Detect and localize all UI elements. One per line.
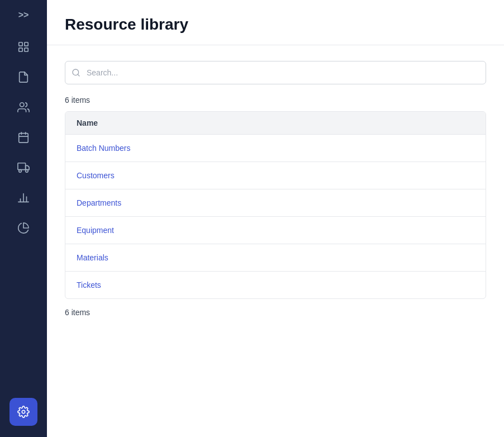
people-icon	[17, 101, 30, 113]
table-header: Name	[65, 112, 486, 135]
sidebar: >>	[0, 0, 47, 437]
svg-rect-2	[19, 48, 22, 51]
table-row[interactable]: Batch Numbers	[65, 135, 486, 162]
sidebar-toggle[interactable]: >>	[11, 6, 36, 25]
svg-point-11	[19, 170, 22, 173]
calendar-icon	[17, 131, 30, 144]
svg-rect-5	[19, 134, 28, 143]
search-input[interactable]	[65, 61, 486, 84]
sidebar-bottom	[9, 398, 37, 431]
svg-point-12	[26, 170, 28, 173]
table-row[interactable]: Customers	[65, 162, 486, 189]
svg-rect-0	[19, 42, 22, 46]
svg-point-4	[20, 103, 24, 107]
resource-table: Name Batch Numbers Customers Departments…	[65, 111, 486, 299]
page-header: Resource library	[47, 0, 504, 45]
content-area: 6 items Name Batch Numbers Customers Dep…	[47, 45, 504, 332]
items-count-top: 6 items	[65, 96, 486, 104]
table-row[interactable]: Tickets	[65, 272, 486, 298]
search-container	[65, 61, 486, 84]
resource-link-materials[interactable]: Materials	[77, 253, 108, 262]
page-title: Resource library	[65, 16, 486, 34]
sidebar-item-pie-chart[interactable]	[8, 215, 39, 241]
svg-point-17	[22, 410, 25, 414]
bar-chart-icon	[17, 192, 30, 204]
resource-link-customers[interactable]: Customers	[77, 171, 115, 180]
pie-chart-icon	[17, 222, 30, 234]
svg-rect-3	[25, 48, 28, 51]
table-row[interactable]: Departments	[65, 189, 486, 217]
main-content: Resource library 6 items Name Batch Numb…	[47, 0, 504, 437]
svg-line-19	[78, 74, 79, 76]
settings-button[interactable]	[9, 398, 37, 426]
resource-link-tickets[interactable]: Tickets	[77, 281, 101, 289]
sidebar-item-calendar[interactable]	[8, 124, 39, 151]
items-count-bottom: 6 items	[65, 308, 486, 317]
sidebar-item-people[interactable]	[8, 94, 39, 121]
table-row[interactable]: Equipment	[65, 217, 486, 244]
sidebar-item-bar-chart[interactable]	[8, 184, 39, 211]
svg-rect-1	[25, 42, 28, 46]
sidebar-item-truck[interactable]	[8, 154, 39, 181]
document-icon	[17, 71, 30, 83]
resource-link-equipment[interactable]: Equipment	[77, 226, 114, 235]
resource-link-departments[interactable]: Departments	[77, 198, 121, 207]
grid-icon	[17, 41, 30, 53]
sidebar-item-grid[interactable]	[8, 34, 39, 60]
svg-marker-10	[26, 165, 29, 169]
truck-icon	[17, 162, 30, 174]
sidebar-nav	[0, 34, 47, 398]
sidebar-item-document[interactable]	[8, 64, 39, 91]
svg-rect-9	[18, 163, 26, 170]
gear-icon	[17, 406, 30, 418]
resource-link-batch-numbers[interactable]: Batch Numbers	[77, 144, 130, 153]
search-wrapper	[65, 61, 486, 84]
search-icon	[72, 68, 80, 77]
table-row[interactable]: Materials	[65, 244, 486, 272]
